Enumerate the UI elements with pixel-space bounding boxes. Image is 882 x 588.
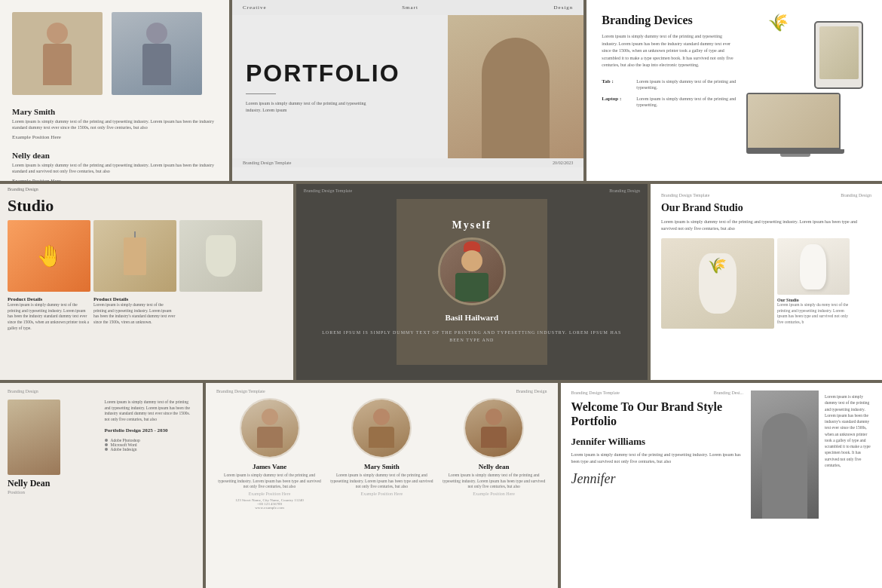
- branding-title: Branding Devices: [602, 14, 739, 27]
- product2-title: Product Details: [93, 296, 176, 302]
- row-1: Mary Smith Lorem ipsum is simply dummy t…: [0, 0, 882, 181]
- slide-products: Branding Design Studio 🤚 Product: [0, 184, 293, 380]
- nelly-name: Nelly Dean: [8, 478, 99, 489]
- jennifer-welcome: Welcome To Our Brand Style Portfolio: [571, 400, 743, 428]
- portfolio-footer-right: 20/02/2023: [553, 161, 573, 165]
- mary-position-r3: Example Position Here: [361, 492, 403, 496]
- spec-laptop-val: Lorem ipsum is simply dummy text of the …: [636, 96, 739, 109]
- brand-studio-header-left: Branding Design Template: [661, 193, 709, 198]
- nelly-dean-name: Nelly dean: [12, 151, 217, 160]
- nelly-header: Branding Design: [8, 389, 38, 394]
- mary-name-r3: Mary Smith: [364, 463, 400, 470]
- product2-desc: Lorem ipsum is simply dummy text of the …: [93, 302, 176, 326]
- mary-smith-desc: Lorem ipsum is simply dummy text of the …: [12, 118, 217, 131]
- nelly-desc-r3: Lorem ipsum is simply dummy text of the …: [441, 473, 547, 490]
- myself-tagline: LOREM IPSUM IS SIMPLY DUMMY TEXT OF THE …: [296, 329, 648, 344]
- james-position: Example Position Here: [249, 492, 291, 496]
- nelly-desc: Lorem ipsum is simply dummy text of the …: [105, 400, 196, 423]
- team-member-nelly-r3: Nelly dean Lorem ipsum is simply dummy t…: [441, 398, 547, 510]
- james-desc: Lorem ipsum is simply dummy text of the …: [216, 473, 323, 490]
- brand-studio-title: Our Brand Studio: [661, 202, 871, 214]
- slide-myself: Branding Design Template Branding Design…: [296, 184, 648, 380]
- product1-desc: Lorem ipsum is simply dummy text of the …: [8, 302, 90, 331]
- main-grid: Mary Smith Lorem ipsum is simply dummy t…: [0, 0, 882, 588]
- mary-smith-name: Mary Smith: [12, 107, 217, 116]
- jennifer-signature: Jennifer: [571, 471, 743, 487]
- nelly-dean-desc: Lorem ipsum is simply dummy text of the …: [12, 162, 217, 175]
- myself-title: Myself: [452, 219, 492, 231]
- team-header-left: Branding Design Template: [216, 389, 265, 394]
- slide-team-three: Branding Design Template Branding Design: [206, 383, 557, 588]
- brand-studio-desc: Lorem ipsum is simply dummy text of the …: [661, 219, 871, 232]
- jennifer-name: Jennifer Williams: [571, 436, 743, 448]
- team-member-mary: Mary Smith Lorem ipsum is simply dummy t…: [329, 398, 435, 510]
- jennifer-desc-left: Lorem ipsum is simply dummy text of the …: [571, 452, 743, 465]
- jennifer-photo: [751, 390, 819, 519]
- products-title: Studio: [0, 194, 293, 217]
- portfolio-desc: Lorem ipsum is simply dummy text of the …: [246, 100, 366, 114]
- product1-title: Product Details: [8, 296, 90, 302]
- studio-sublabel: Lorem ipsum is simply du mmy text of the…: [777, 302, 853, 326]
- myself-person-name: Basil Hailward: [446, 313, 499, 322]
- portfolio-photo: [448, 15, 583, 158]
- jennifer-header-left: Branding Design Template: [571, 390, 620, 395]
- myself-avatar: [438, 237, 506, 305]
- devices-illustration: 🌾: [746, 14, 867, 164]
- slide-nelly-profile: Branding Design Nelly Dean Position Lore…: [0, 383, 203, 588]
- portfolio-title: PORTFOLIO: [246, 60, 434, 87]
- portfolio-footer-left: Branding Design Template: [243, 161, 291, 165]
- slide-portfolio: Creative Smart Design PORTFOLIO Lorem ip…: [232, 0, 583, 181]
- nav-smart: Smart: [402, 5, 418, 11]
- slide-jennifer: Branding Design Template Branding Desi..…: [561, 383, 882, 588]
- jennifer-desc-right: Lorem ipsum is simply dummy text of the …: [825, 394, 871, 468]
- skill-3: Adobe Indesign: [111, 447, 137, 452]
- james-email: www.example.com: [255, 506, 284, 510]
- slide-branding-devices: Branding Devices Lorem ipsum is simply d…: [586, 0, 882, 181]
- nav-creative: Creative: [243, 5, 267, 11]
- nelly-skills: Adobe Photoshop Microsoft Word Adobe Ind…: [105, 438, 196, 452]
- mary-desc-r3: Lorem ipsum is simply dummy text of the …: [329, 473, 435, 490]
- row-2: Branding Design Studio 🤚 Product: [0, 184, 882, 380]
- nelly-name-r3: Nelly dean: [479, 463, 510, 470]
- jennifer-header-right: Branding Desi...: [714, 390, 743, 395]
- nelly-pos: Position: [8, 489, 99, 495]
- portfolio-nav: Creative Smart Design: [232, 0, 583, 15]
- spec-tab-val: Lorem ipsum is simply dummy text of the …: [636, 78, 739, 91]
- slide-brand-studio: Branding Design Template Branding Design…: [651, 184, 882, 380]
- branding-desc: Lorem ipsum is simply dummy text of the …: [602, 33, 737, 69]
- spec-laptop-label: Laptop :: [602, 96, 632, 102]
- nelly-portrait: [8, 400, 60, 475]
- nelly-position-r3: Example Position Here: [473, 492, 515, 496]
- brand-studio-header-right: Branding Design: [841, 193, 871, 198]
- nelly-position: Example Position Here: [12, 178, 217, 181]
- slide-team-portraits: Mary Smith Lorem ipsum is simply dummy t…: [0, 0, 229, 181]
- spec-tab-label: Tab :: [602, 78, 632, 84]
- james-name: James Vane: [253, 463, 286, 470]
- nelly-portfolio-title: Portfolio Design 2025 - 2030: [105, 427, 196, 433]
- team-header-right: Branding Design: [516, 389, 547, 394]
- myself-header-right: Branding Design: [609, 188, 640, 193]
- row-3: Branding Design Nelly Dean Position Lore…: [0, 383, 882, 588]
- team-member-james: James Vane Lorem ipsum is simply dummy t…: [216, 398, 323, 510]
- portrait-mary: [12, 12, 103, 95]
- portrait-nelly: [112, 12, 202, 95]
- myself-header-left: Branding Design Template: [304, 188, 352, 193]
- mary-position: Example Position Here: [12, 134, 217, 140]
- nav-design: Design: [554, 5, 574, 11]
- products-header-label: Branding Design: [8, 187, 38, 191]
- portfolio-divider: [246, 93, 276, 94]
